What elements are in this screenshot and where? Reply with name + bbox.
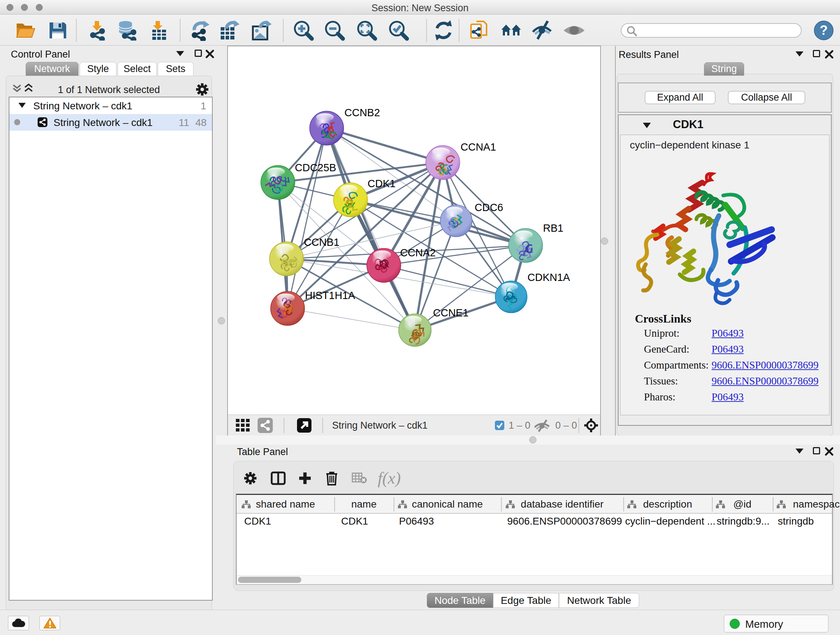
svg-text:CCNA2: CCNA2 — [400, 247, 436, 258]
svg-text:CDKN1A: CDKN1A — [527, 272, 570, 283]
svg-text:CCNB1: CCNB1 — [304, 236, 339, 248]
svg-text:CDC6: CDC6 — [475, 202, 503, 213]
svg-text:HIST1H1A: HIST1H1A — [305, 290, 355, 301]
svg-text:?: ? — [820, 23, 828, 38]
svg-text:CCNB2: CCNB2 — [344, 107, 380, 119]
svg-text:CCNA1: CCNA1 — [461, 141, 496, 153]
svg-text:CDK1: CDK1 — [368, 178, 395, 189]
svg-text:RB1: RB1 — [543, 222, 563, 234]
svg-text:CCNE1: CCNE1 — [433, 307, 469, 318]
svg-text:CDC25B: CDC25B — [295, 162, 336, 173]
